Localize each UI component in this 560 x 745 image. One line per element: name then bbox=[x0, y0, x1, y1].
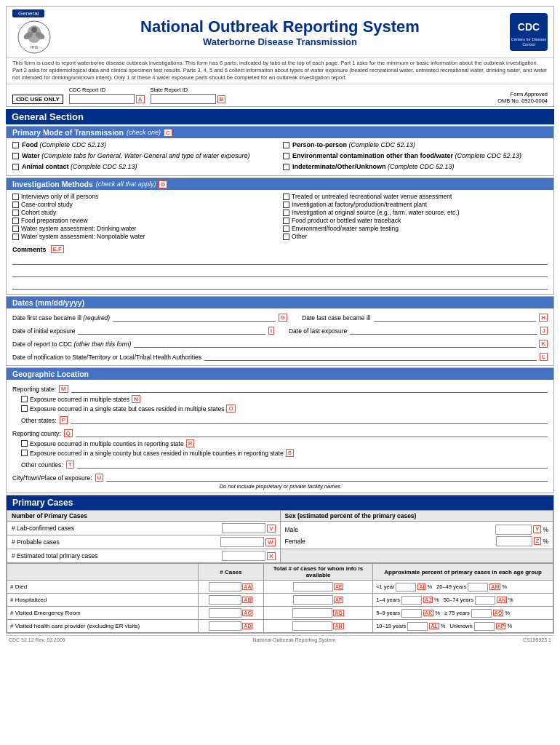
page: General HHS National Outbreak Reporting … bbox=[0, 0, 560, 650]
reporting-county-field[interactable] bbox=[76, 427, 548, 437]
letter-ac-badge: AC bbox=[242, 610, 252, 616]
comments-field-2[interactable] bbox=[12, 267, 548, 277]
inv-cohort[interactable]: Cohort study bbox=[12, 209, 277, 216]
age-unknown-field[interactable] bbox=[474, 622, 495, 631]
letter-a-badge: A bbox=[136, 95, 145, 103]
exposure-single-state[interactable]: Exposure occurred in a single state but … bbox=[12, 405, 548, 413]
col-header-cases: # Cases bbox=[198, 564, 263, 581]
inv-other[interactable]: Other bbox=[283, 233, 548, 240]
cdc-report-id-field[interactable] bbox=[69, 94, 135, 104]
num-cases-title: Number of Primary Cases bbox=[7, 511, 281, 522]
other-states-row: Other states: P bbox=[12, 414, 548, 424]
age-lt1-field[interactable] bbox=[396, 583, 416, 591]
hcp-cases-field[interactable] bbox=[209, 621, 241, 631]
lab-confirmed-field[interactable] bbox=[222, 523, 265, 533]
date-last-exp-field[interactable] bbox=[350, 324, 537, 335]
female-field[interactable] bbox=[496, 536, 532, 546]
inv-food-traceback[interactable]: Food product or bottled water traceback bbox=[283, 217, 548, 224]
died-total-field[interactable] bbox=[293, 582, 333, 591]
male-row: Male Y % Female Z % bbox=[280, 522, 553, 549]
died-cases-field[interactable] bbox=[209, 582, 241, 591]
letter-an-badge: AN bbox=[497, 597, 507, 603]
age-75plus-field[interactable] bbox=[471, 609, 492, 618]
inv-food-prep[interactable]: Food preparation review bbox=[12, 217, 277, 224]
other-counties-field[interactable] bbox=[77, 458, 548, 469]
age-5-9-field[interactable] bbox=[401, 609, 422, 618]
comments-label: Comments bbox=[12, 246, 47, 253]
hcp-total-field[interactable] bbox=[292, 621, 332, 631]
general-badge: General bbox=[12, 9, 44, 17]
letter-l-badge: L bbox=[540, 353, 548, 361]
checkbox-person-to-person[interactable]: Person-to-person (Complete CDC 52.13) bbox=[283, 141, 548, 148]
date-initial-exp-field[interactable] bbox=[78, 324, 265, 335]
age-50-74-field[interactable] bbox=[475, 596, 495, 605]
letter-c-badge: C bbox=[164, 129, 172, 137]
inv-interviews[interactable]: Interviews only of ill persons bbox=[12, 193, 277, 200]
died-total-cell: AE bbox=[263, 581, 372, 594]
inv-original-source[interactable]: Investigation at original source (e.g., … bbox=[283, 209, 548, 216]
checkbox-water[interactable]: Water (Complete tabs for General, Water-… bbox=[12, 152, 277, 159]
inv-casecontrol[interactable]: Case-control study bbox=[12, 201, 277, 208]
city-label: City/Town/Place of exposure: bbox=[12, 474, 92, 482]
date-first-field[interactable] bbox=[113, 311, 276, 322]
lab-confirmed-row: # Lab-confirmed cases V bbox=[7, 522, 281, 535]
letter-z-badge: Z bbox=[534, 537, 542, 545]
er-total-field[interactable] bbox=[292, 608, 332, 618]
footer-right: CS195923 1 bbox=[523, 637, 551, 642]
exposure-single-county[interactable]: Exposure occurred in a single county but… bbox=[12, 449, 548, 457]
date-notification-field[interactable] bbox=[204, 351, 537, 361]
exposure-multiple-states[interactable]: Exposure occurred in multiple states N bbox=[12, 395, 548, 403]
inv-water-nonpotable[interactable]: Water system assessment: Nonpotable wate… bbox=[12, 233, 277, 240]
er-age-cell: 5–9 years AK % ≥ 75 years AO % bbox=[373, 607, 553, 620]
er-total-cell: AG bbox=[263, 607, 372, 620]
estimated-total-field[interactable] bbox=[222, 551, 265, 561]
other-states-label: Other states: bbox=[21, 417, 57, 424]
checkbox-animal[interactable]: Animal contact (Complete CDC 52.13) bbox=[12, 163, 277, 170]
hcp-age-cell: 10–19 years AL % Unknown AP % bbox=[373, 620, 553, 633]
date-row-4: Date of notification to State/Territory … bbox=[12, 351, 548, 361]
city-field[interactable] bbox=[106, 471, 548, 482]
checkbox-food[interactable]: Food (Complete CDC 52.13) bbox=[12, 141, 277, 148]
state-report-id-field[interactable] bbox=[151, 94, 216, 104]
age-10-19-field[interactable] bbox=[407, 622, 428, 631]
probable-field[interactable] bbox=[220, 537, 264, 547]
hosp-total-field[interactable] bbox=[293, 595, 333, 605]
svg-text:Control: Control bbox=[522, 42, 535, 47]
died-cases-cell: AA bbox=[198, 581, 263, 594]
investigation-header: Investigation Methods (check all that ap… bbox=[7, 178, 553, 190]
header-right: CDC Centers for Disease Control bbox=[504, 13, 548, 51]
letter-y-badge: Y bbox=[533, 525, 541, 533]
reporting-county-row: Reporting county: Q bbox=[12, 427, 548, 437]
inv-factory[interactable]: Investigation at factory/production/trea… bbox=[283, 201, 548, 208]
comments-field-1[interactable] bbox=[12, 255, 548, 265]
probable-row: # Probable cases W bbox=[7, 535, 281, 549]
checkbox-environmental[interactable]: Environmental contamination other than f… bbox=[283, 152, 548, 159]
inv-sample-testing[interactable]: Environment/food/water sample testing bbox=[283, 225, 548, 232]
other-states-field[interactable] bbox=[71, 414, 548, 424]
inv-water-drinking[interactable]: Water system assessment: Drinking water bbox=[12, 225, 277, 232]
letter-s-badge: S bbox=[286, 449, 294, 457]
hosp-cases-field[interactable] bbox=[209, 595, 241, 605]
male-field[interactable] bbox=[495, 525, 532, 535]
letter-ao-badge: AO bbox=[493, 610, 504, 616]
primary-mode-header: Primary Mode of Transmission (check one)… bbox=[7, 127, 553, 138]
died-label: # Died bbox=[7, 581, 199, 594]
letter-ae-badge: AE bbox=[334, 583, 344, 590]
date-last-ill-field[interactable] bbox=[374, 311, 537, 322]
col-header-total: Total # of cases for whom info is availa… bbox=[263, 564, 372, 581]
subtitle: Waterborne Disease Transmission bbox=[60, 36, 500, 47]
age-20-49-field[interactable] bbox=[468, 583, 488, 591]
letter-aa-badge: AA bbox=[242, 583, 252, 590]
age-1-4-field[interactable] bbox=[401, 596, 422, 605]
checkbox-indeterminate[interactable]: Indeterminate/Other/Unknown (Complete CD… bbox=[283, 163, 548, 170]
inv-recreational[interactable]: Treated or untreated recreational water … bbox=[283, 193, 548, 200]
letter-b-badge: B bbox=[217, 95, 226, 103]
date-report-cdc-field[interactable] bbox=[134, 338, 536, 348]
letter-aj-badge: AJ bbox=[423, 597, 433, 603]
er-cases-field[interactable] bbox=[209, 608, 241, 618]
reporting-state-field[interactable] bbox=[71, 383, 548, 393]
exposure-multiple-counties[interactable]: Exposure occurred in multiple counties i… bbox=[12, 439, 548, 447]
letter-ah-badge: AH bbox=[333, 623, 343, 629]
comments-field-3[interactable] bbox=[12, 279, 548, 290]
letter-af-badge: AF bbox=[334, 597, 343, 603]
